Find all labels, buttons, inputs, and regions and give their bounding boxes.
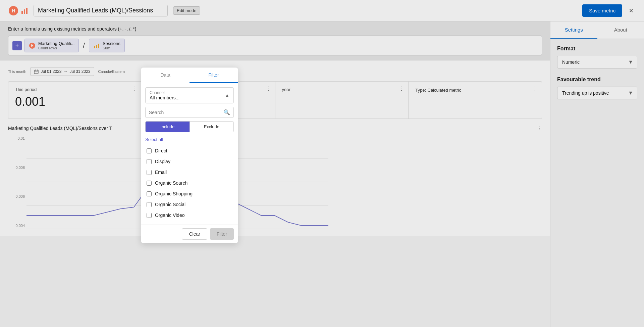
list-item-organic-search[interactable]: Organic Search: [145, 178, 234, 188]
label-direct: Direct: [155, 148, 167, 153]
checkbox-organic-shopping[interactable]: [147, 191, 152, 196]
checkbox-display[interactable]: [147, 159, 152, 164]
filter-channel-row[interactable]: Channel All members... ▲: [145, 87, 234, 103]
modal-backdrop: [0, 0, 644, 327]
filter-select-all[interactable]: Select all: [145, 136, 234, 143]
filter-clear-button[interactable]: Clear: [182, 228, 207, 240]
filter-search-input[interactable]: [149, 110, 223, 115]
filter-tabs: Data Filter: [141, 67, 238, 83]
checkbox-organic-social[interactable]: [147, 202, 152, 207]
label-organic-video: Organic Video: [155, 213, 184, 218]
filter-search-wrapper: 🔍: [145, 107, 234, 118]
filter-dropdown: Data Filter Channel All members... ▲ 🔍 I…: [141, 67, 238, 243]
filter-tab-filter[interactable]: Filter: [190, 67, 238, 83]
list-item-organic-video[interactable]: Organic Video: [145, 210, 234, 221]
filter-apply-button[interactable]: Filter: [210, 228, 234, 240]
checkbox-direct[interactable]: [147, 148, 152, 153]
list-item-organic-social[interactable]: Organic Social: [145, 199, 234, 210]
filter-channel-label: Channel: [150, 90, 179, 95]
filter-include-button[interactable]: Include: [146, 122, 190, 132]
filter-footer: Clear Filter: [141, 225, 238, 243]
filter-list: Direct Display Email Organic Search Orga…: [145, 145, 234, 221]
label-organic-search: Organic Search: [155, 180, 187, 186]
filter-search-icon: 🔍: [223, 109, 230, 115]
list-item-direct[interactable]: Direct: [145, 145, 234, 156]
checkbox-organic-video[interactable]: [147, 213, 152, 218]
filter-tab-data[interactable]: Data: [141, 67, 190, 83]
list-item-display[interactable]: Display: [145, 156, 234, 167]
checkbox-organic-search[interactable]: [147, 181, 152, 186]
filter-exclude-button[interactable]: Exclude: [190, 122, 234, 132]
filter-include-exclude: Include Exclude: [145, 121, 234, 132]
label-organic-social: Organic Social: [155, 202, 185, 207]
filter-channel-value: All members...: [150, 95, 179, 100]
label-organic-shopping: Organic Shopping: [155, 191, 193, 196]
label-display: Display: [155, 159, 170, 164]
list-item-organic-shopping[interactable]: Organic Shopping: [145, 188, 234, 199]
label-email: Email: [155, 170, 167, 175]
filter-channel-chevron-icon: ▲: [225, 93, 229, 98]
list-item-email[interactable]: Email: [145, 167, 234, 178]
checkbox-email[interactable]: [147, 170, 152, 175]
filter-body: Channel All members... ▲ 🔍 Include Exclu…: [141, 83, 238, 225]
filter-channel-info: Channel All members...: [150, 90, 179, 100]
